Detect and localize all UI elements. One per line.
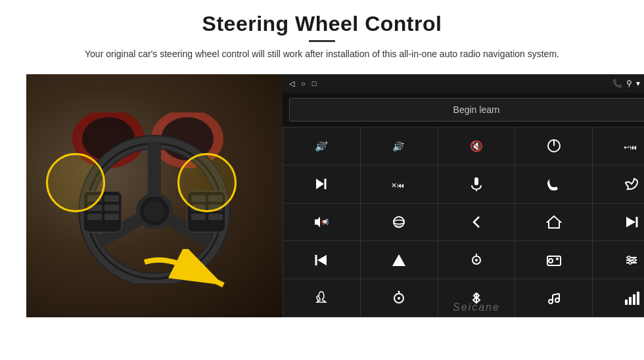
svg-text:📢: 📢 [321, 218, 329, 226]
ctrl-button-skip-back[interactable]: ✕⏮ [361, 166, 438, 203]
svg-rect-15 [104, 195, 119, 202]
wifi-icon: ▾ [636, 79, 640, 88]
page-subtitle: Your original car's steering wheel contr… [85, 47, 559, 61]
status-bar: ◁ ○ □ 📞 ⚲ ▾ 15:52 [283, 74, 644, 93]
svg-rect-73 [625, 300, 628, 305]
highlight-left [46, 153, 105, 212]
svg-text:360°: 360° [395, 224, 403, 228]
ctrl-button-call[interactable] [515, 166, 592, 203]
svg-rect-19 [104, 214, 119, 220]
status-bar-left: ◁ ○ □ [289, 79, 316, 88]
svg-marker-36 [316, 179, 324, 189]
ctrl-button-equalizer[interactable] [593, 241, 644, 279]
svg-text:+: + [324, 139, 329, 148]
svg-rect-26 [208, 214, 223, 220]
svg-marker-50 [317, 255, 327, 265]
ctrl-button-camera360[interactable]: 360° [361, 204, 438, 241]
ctrl-button-back[interactable] [438, 204, 515, 241]
svg-point-12 [144, 200, 165, 221]
svg-point-56 [556, 258, 559, 260]
begin-learn-button[interactable]: Begin learn [289, 98, 644, 122]
ctrl-button-vol-down[interactable]: 🔊- [361, 127, 438, 165]
phone-icon: 📞 [612, 79, 622, 88]
svg-point-53 [475, 259, 478, 261]
svg-rect-25 [191, 214, 206, 220]
ctrl-button-mute[interactable]: 🔇 [438, 127, 515, 165]
ctrl-button-navigate[interactable] [361, 241, 438, 279]
ctrl-button-rewind[interactable] [593, 204, 644, 241]
svg-marker-46 [547, 216, 561, 228]
title-section: Steering Wheel Control Your original car… [85, 12, 559, 70]
content-area: ◁ ○ □ 📞 ⚲ ▾ 15:52 Begin learn 🔊+🔊-🔇↩⏮✕⏮📢… [26, 74, 618, 317]
ctrl-button-home[interactable] [515, 204, 592, 241]
svg-text:↩⏮: ↩⏮ [624, 143, 637, 151]
ctrl-button-speaker[interactable]: 📢 [283, 204, 360, 241]
svg-marker-41 [315, 217, 320, 227]
svg-point-61 [628, 256, 630, 259]
ctrl-button-prev-phone[interactable]: ↩⏮ [593, 127, 644, 165]
svg-text:-: - [402, 139, 404, 148]
ctrl-button-fast-forward[interactable] [283, 241, 360, 279]
status-bar-right: 📞 ⚲ ▾ 15:52 [612, 79, 644, 88]
steering-wheel-image [26, 74, 283, 317]
svg-rect-74 [629, 297, 632, 305]
yellow-arrow [138, 249, 230, 304]
svg-text:🔇: 🔇 [470, 140, 483, 152]
svg-text:✕⏮: ✕⏮ [391, 181, 404, 189]
svg-rect-75 [633, 294, 635, 305]
svg-point-62 [633, 259, 635, 261]
ctrl-button-radio[interactable] [515, 241, 592, 279]
svg-marker-51 [392, 254, 405, 266]
svg-point-57 [549, 259, 553, 263]
ctrl-button-eject[interactable] [438, 241, 515, 279]
ctrl-button-next-track[interactable] [283, 166, 360, 203]
ctrl-button-mic[interactable] [438, 166, 515, 203]
highlight-right [177, 153, 237, 212]
page-title: Steering Wheel Control [85, 12, 559, 36]
nav-home-icon[interactable]: ○ [301, 79, 306, 87]
ctrl-button-power[interactable] [515, 127, 592, 165]
location-icon: ⚲ [626, 79, 632, 88]
svg-point-67 [398, 290, 400, 292]
controls-grid: 🔊+🔊-🔇↩⏮✕⏮📢360° [283, 127, 644, 317]
title-divider [309, 40, 335, 42]
ctrl-button-music[interactable] [515, 279, 592, 317]
ctrl-button-voice2[interactable] [283, 279, 360, 317]
svg-rect-17 [104, 204, 119, 211]
page-wrapper: Steering Wheel Control Your original car… [0, 0, 644, 360]
svg-point-65 [398, 297, 400, 300]
svg-marker-48 [626, 217, 635, 227]
svg-line-72 [553, 294, 559, 295]
watermark: Seicane [453, 302, 500, 313]
nav-square-icon[interactable]: □ [312, 79, 317, 87]
ctrl-button-sound-bars[interactable] [593, 279, 644, 317]
ctrl-button-hang-up[interactable] [593, 166, 644, 203]
ctrl-button-vol-up[interactable]: 🔊+ [283, 127, 360, 165]
svg-rect-39 [474, 177, 478, 185]
nav-back-icon[interactable]: ◁ [289, 79, 294, 88]
svg-rect-18 [87, 214, 102, 220]
ctrl-button-steering[interactable] [361, 279, 438, 317]
head-unit: ◁ ○ □ 📞 ⚲ ▾ 15:52 Begin learn 🔊+🔊-🔇↩⏮✕⏮📢… [283, 74, 644, 317]
begin-learn-row: Begin learn [283, 93, 644, 127]
svg-rect-76 [637, 292, 639, 305]
svg-point-63 [629, 261, 632, 264]
